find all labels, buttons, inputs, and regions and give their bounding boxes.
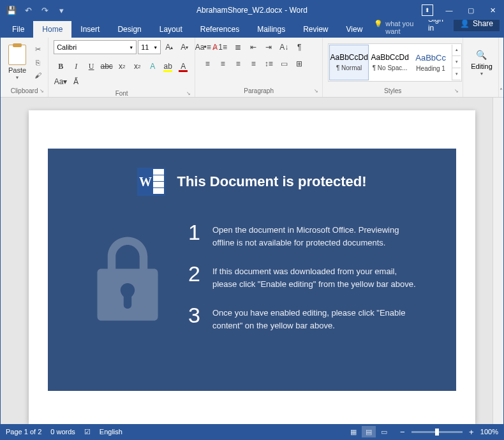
- step-2: 2 If this document was downloaded from y…: [188, 263, 418, 290]
- group-font: Calibri▼ 11▼ A▴ A▾ Aa A̷ B I U abc x2 x2…: [48, 38, 195, 97]
- tab-mailings[interactable]: Mailings: [248, 21, 294, 38]
- styles-gallery[interactable]: AaBbCcDd ¶ Normal AaBbCcDd ¶ No Spac... …: [328, 43, 462, 82]
- tab-layout[interactable]: Layout: [151, 21, 191, 38]
- strike-button[interactable]: abc: [100, 59, 114, 73]
- sort-button[interactable]: A↓: [277, 40, 291, 54]
- zoom-slider[interactable]: [411, 431, 463, 433]
- align-left-button[interactable]: ≡: [200, 57, 214, 71]
- tab-references[interactable]: References: [191, 21, 248, 38]
- borders-button[interactable]: ⊞: [292, 57, 306, 71]
- lightbulb-icon: 💡: [374, 20, 383, 28]
- language-indicator[interactable]: English: [100, 428, 122, 436]
- styles-group-label: Styles↘: [325, 85, 460, 96]
- clipboard-group-label: Clipboard↘: [3, 85, 45, 96]
- cut-icon[interactable]: ✂: [33, 45, 43, 55]
- justify-button[interactable]: ≡: [246, 57, 260, 71]
- zoom-out-button[interactable]: −: [397, 427, 408, 437]
- bold-button[interactable]: B: [54, 59, 68, 73]
- font-name-combo[interactable]: Calibri▼: [54, 40, 137, 54]
- read-mode-button[interactable]: ▦: [346, 426, 360, 437]
- group-editing: 🔍 Editing ▼: [463, 38, 499, 97]
- ribbon-options-icon[interactable]: ⬍: [422, 4, 433, 16]
- tab-home[interactable]: Home: [33, 21, 71, 38]
- underline-button[interactable]: U: [84, 59, 98, 73]
- protected-title: This Document is protected!: [177, 173, 366, 190]
- clipboard-icon: [8, 45, 26, 65]
- paragraph-dialog-launcher[interactable]: ↘: [314, 88, 318, 94]
- save-icon[interactable]: 💾: [4, 3, 19, 17]
- italic-button[interactable]: I: [69, 59, 83, 73]
- tab-insert[interactable]: Insert: [71, 21, 108, 38]
- redo-icon[interactable]: ↷: [38, 3, 52, 17]
- document-area[interactable]: W This Document is protected! 1 Open the…: [1, 98, 503, 424]
- multilevel-button[interactable]: ≣: [231, 40, 245, 54]
- styles-dialog-launcher[interactable]: ↘: [454, 88, 459, 94]
- status-bar: Page 1 of 2 0 words ☑ English ▦ ▤ ▭ − + …: [1, 424, 503, 439]
- chevron-down-icon: ▼: [15, 75, 20, 80]
- document-page: W This Document is protected! 1 Open the…: [29, 110, 475, 424]
- clipboard-dialog-launcher[interactable]: ↘: [40, 88, 44, 94]
- styles-scroll-up[interactable]: ▴: [452, 45, 461, 57]
- minimize-button[interactable]: —: [438, 1, 460, 20]
- close-button[interactable]: ✕: [482, 1, 503, 20]
- style-heading-1[interactable]: AaBbCc Heading 1: [411, 45, 450, 80]
- copy-icon[interactable]: ⎘: [33, 57, 43, 68]
- steps-list: 1 Open the document in Microsoft Office.…: [188, 221, 418, 332]
- styles-scroll-down[interactable]: ▾: [452, 56, 461, 68]
- paste-button[interactable]: Paste ▼: [6, 43, 29, 81]
- qat-customize-icon[interactable]: ▾: [54, 3, 68, 17]
- font-group-label: Font↘: [51, 90, 192, 97]
- decrease-indent-button[interactable]: ⇤: [246, 40, 260, 54]
- styles-more[interactable]: ▾: [452, 68, 461, 80]
- view-controls: ▦ ▤ ▭ − + 100%: [346, 426, 498, 437]
- subscript-button[interactable]: x2: [115, 59, 129, 73]
- highlight-button[interactable]: ab: [161, 59, 175, 73]
- page-indicator[interactable]: Page 1 of 2: [6, 428, 41, 436]
- window-controls: ⬍ — ▢ ✕: [422, 1, 503, 20]
- maximize-button[interactable]: ▢: [460, 1, 482, 20]
- web-layout-button[interactable]: ▭: [377, 426, 391, 437]
- word-window: 💾 ↶ ↷ ▾ AbrahamShore_W2.docx - Word ⬍ — …: [0, 0, 504, 440]
- ribbon: Paste ▼ ✂ ⎘ 🖌 Clipboard↘ Calibri▼ 11▼ A▴…: [1, 38, 503, 98]
- spell-check-icon[interactable]: ☑: [84, 428, 91, 436]
- font-size-combo[interactable]: 11▼: [138, 40, 161, 54]
- align-center-button[interactable]: ≡: [216, 57, 230, 71]
- step-3: 3 Once you have enabled editing, please …: [188, 304, 418, 332]
- show-marks-button[interactable]: ¶: [292, 40, 306, 54]
- superscript-button[interactable]: x2: [130, 59, 144, 73]
- editing-group-label: [466, 85, 496, 96]
- tab-design[interactable]: Design: [108, 21, 150, 38]
- editing-button[interactable]: 🔍 Editing ▼: [468, 46, 495, 78]
- word-count[interactable]: 0 words: [50, 428, 75, 436]
- lock-icon: [86, 229, 169, 325]
- print-layout-button[interactable]: ▤: [362, 426, 376, 437]
- zoom-controls: − + 100%: [397, 427, 498, 437]
- tab-file[interactable]: File: [3, 21, 33, 38]
- zoom-level[interactable]: 100%: [480, 428, 498, 436]
- line-spacing-button[interactable]: ↕≡: [262, 57, 276, 71]
- title-bar: 💾 ↶ ↷ ▾ AbrahamShore_W2.docx - Word ⬍ — …: [1, 1, 503, 20]
- bullets-button[interactable]: •≡: [200, 40, 214, 54]
- numbering-button[interactable]: 1≡: [216, 40, 230, 54]
- shading-button[interactable]: ▭: [277, 57, 291, 71]
- grow-font-button[interactable]: A▴: [162, 40, 176, 54]
- tab-view[interactable]: View: [337, 21, 372, 38]
- paste-label: Paste: [8, 66, 26, 74]
- style-no-spacing[interactable]: AaBbCcDd ¶ No Spac...: [370, 45, 410, 80]
- zoom-in-button[interactable]: +: [466, 427, 477, 437]
- collapse-ribbon-button[interactable]: ˄: [499, 38, 503, 97]
- shrink-font-button[interactable]: A▾: [177, 40, 191, 54]
- tab-review[interactable]: Review: [294, 21, 337, 38]
- char-shading-button[interactable]: Aa▾: [54, 75, 68, 89]
- increase-indent-button[interactable]: ⇥: [262, 40, 276, 54]
- format-painter-icon[interactable]: 🖌: [33, 70, 43, 80]
- font-color-button[interactable]: A: [176, 59, 190, 73]
- undo-icon[interactable]: ↶: [21, 3, 35, 17]
- enclose-button[interactable]: A̋: [69, 75, 83, 89]
- font-dialog-launcher[interactable]: ↘: [186, 91, 191, 96]
- group-clipboard: Paste ▼ ✂ ⎘ 🖌 Clipboard↘: [1, 38, 48, 97]
- align-right-button[interactable]: ≡: [231, 57, 245, 71]
- text-effects-button[interactable]: A: [145, 59, 159, 73]
- ribbon-tabs: File Home Insert Design Layout Reference…: [1, 20, 503, 38]
- style-normal[interactable]: AaBbCcDd ¶ Normal: [329, 45, 369, 80]
